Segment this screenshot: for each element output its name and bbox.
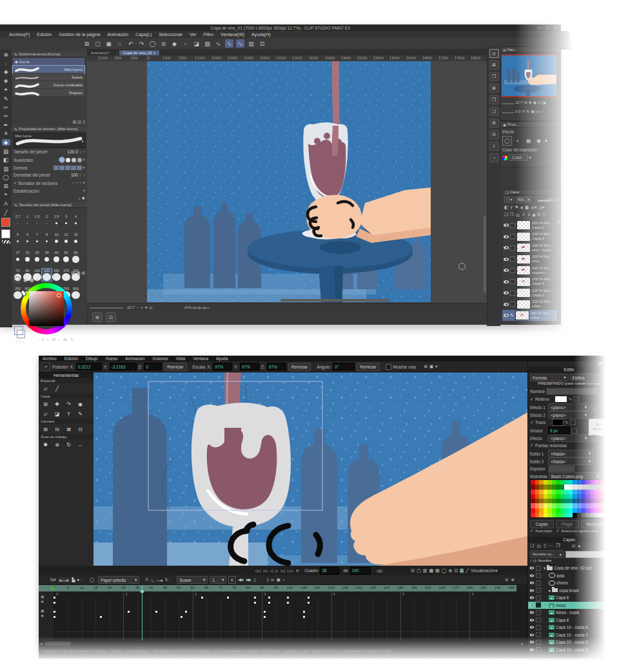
snap-special-icon[interactable]: ∿ [225, 39, 233, 48]
size-cell-17[interactable]: 17 [13, 251, 23, 263]
color-square-cursor[interactable] [57, 293, 61, 298]
fill-icon[interactable]: ◆ [170, 39, 179, 48]
menu-item-vista[interactable]: Vista [176, 356, 185, 361]
timeline-frame-ruler[interactable]: 0612182430364248546066727884909610210811… [39, 585, 516, 591]
fill-eyedropper-icon[interactable]: ✎ [569, 397, 572, 402]
layer-visibility-icon[interactable] [504, 314, 509, 317]
layer-row-Capa-3[interactable]: 100 % Nor...Capa 3 [502, 231, 560, 242]
moho-canvas[interactable] [93, 372, 527, 566]
size-cell-25[interactable]: 25 [32, 251, 42, 263]
menu-item-gesti-n-de-la-p-gina[interactable]: Gestión de la página [59, 32, 100, 37]
interp-dropdown[interactable]: Suave▾ [177, 576, 208, 584]
layer-extra-box[interactable] [536, 610, 541, 615]
dynamics-icon[interactable]: ◔ [83, 149, 85, 154]
size-cell-20[interactable]: 20 [23, 251, 32, 263]
layer-name[interactable]: gota [556, 573, 564, 578]
swatch-cell[interactable] [602, 485, 607, 489]
zoom-slider[interactable] [90, 307, 123, 309]
nav-fit-icon[interactable]: ⊡ [538, 100, 541, 104]
h-scrollbar[interactable] [280, 299, 390, 302]
keyframe-dot[interactable] [264, 611, 266, 613]
layer-checkbox[interactable] [510, 291, 515, 296]
scale-z-field[interactable]: 97% [267, 363, 286, 370]
keyframe-dot[interactable] [287, 602, 289, 604]
nav-zoom-100-icon[interactable]: ◉ [533, 100, 536, 104]
layer-extra-box[interactable] [536, 595, 541, 600]
keyframe-dot[interactable] [308, 597, 310, 599]
layers-panel-header[interactable]: ❏Capa [502, 189, 560, 195]
layer-visibility-icon[interactable] [530, 626, 534, 629]
layer-visibility-icon[interactable] [504, 224, 509, 227]
layer-row-ni-es-[interactable]: ✎100 % Nor...niñes - ... [502, 310, 560, 321]
new-group-icon[interactable]: 🗀 [536, 544, 541, 548]
pencil-tool-icon[interactable]: ✏ [2, 104, 10, 111]
scroll-thumb[interactable] [45, 642, 71, 646]
keyframe-dot[interactable] [308, 602, 310, 604]
invert-selection-icon[interactable]: ⊘ [159, 39, 168, 48]
style2-dropdown[interactable]: <Nada>▾ [548, 457, 593, 465]
size-cell-1.5[interactable]: 1.5 [32, 215, 42, 227]
pen-tool-icon[interactable]: ✎ [2, 95, 10, 102]
prev-keyframe-icon[interactable]: ◀● [238, 577, 244, 582]
swatch-cell[interactable] [602, 513, 607, 517]
layer-row-vino[interactable]: 100 % Nor...vino [502, 254, 560, 265]
property-value[interactable]: 100 [71, 173, 78, 177]
keyframe-dot[interactable] [268, 602, 270, 604]
layer-checkbox[interactable] [510, 234, 515, 239]
snap-ruler-icon[interactable]: ∿ [214, 39, 222, 48]
popout-icon[interactable]: ❐ [604, 361, 608, 367]
layer-extra-box[interactable] [536, 617, 541, 622]
pin-icon[interactable]: ⚑ [515, 205, 518, 210]
grid-snap-icon[interactable]: ⠿ [145, 577, 148, 582]
menu-item-edici-n[interactable]: Edición [64, 356, 78, 361]
size-cell-7[interactable]: 7 [32, 233, 42, 245]
all-sides-view-button[interactable]: ⊡ [106, 312, 116, 322]
layer-name[interactable]: Capa 2 - ... [532, 293, 553, 298]
layer-visibility-icon[interactable] [504, 235, 509, 238]
color-mixer-tab-icon[interactable]: ◐ [37, 278, 39, 282]
layer-checkbox[interactable] [510, 256, 515, 262]
layer-name[interactable]: Copa de vino_02.psd [554, 566, 593, 570]
expression-color-dropdown[interactable]: Color ▾ [502, 154, 558, 161]
border-effect-icon[interactable]: ◯ [502, 136, 512, 146]
layer-checkbox[interactable] [510, 268, 515, 273]
show-path-checkbox[interactable] [386, 364, 391, 370]
timeline-channels[interactable]: 0123456 ▣ ✚ ▣ ✚ [39, 591, 527, 640]
thickness-preview[interactable] [548, 465, 575, 472]
layer-visibility-icon[interactable] [530, 619, 534, 621]
layer-visibility-icon[interactable] [504, 269, 509, 272]
select-layer-tool-icon[interactable]: ⊞ [41, 400, 50, 408]
new-vector-icon[interactable]: ❐ [510, 212, 514, 217]
background-color-swatch[interactable] [1, 229, 10, 238]
size-cell-5[interactable]: 5 [13, 233, 23, 245]
next-frame-icon[interactable]: ▷| [281, 568, 285, 573]
expand-arrow-icon[interactable]: ▾ [544, 566, 545, 570]
arrow-key-icon[interactable]: ⊳ [271, 577, 274, 582]
check-icon[interactable]: ✓ [14, 180, 17, 186]
layer-visibility-icon[interactable] [530, 611, 534, 614]
layer-name[interactable]: Capa 6 [556, 595, 569, 600]
target-tool-icon[interactable]: ◉ [75, 400, 85, 408]
total-frames-field[interactable]: 240 [350, 567, 371, 575]
airbrush-tool-icon[interactable]: ✒ [2, 122, 10, 128]
target-key-icon[interactable]: ⌁ [282, 577, 285, 582]
property-row-dureza[interactable]: Dureza▸ [14, 165, 85, 170]
quad-view-icon[interactable]: ▦ [429, 568, 433, 573]
pan-hand-icon[interactable]: ✱ [41, 441, 50, 448]
open-file-icon[interactable]: ▣ [104, 39, 113, 48]
rotate-slider[interactable] [184, 307, 210, 309]
swatches-dropdown[interactable]: Basic Colors.png▾ [549, 472, 602, 480]
v-scrollbar[interactable] [484, 216, 486, 293]
subtool-panel-header[interactable]: ✎Subherramienta [Goma] [12, 52, 87, 57]
menu-item-ayuda-h-[interactable]: Ayuda(H) [251, 32, 270, 37]
size-cell-800[interactable]: 800 [71, 287, 81, 299]
transform-tool-icon[interactable]: ▱ [41, 385, 50, 392]
layer-name[interactable]: mesa - copia [556, 610, 579, 615]
layer-row-copa-brazo[interactable]: ▸copa brazo [528, 587, 610, 594]
more-options-icon[interactable]: ▾ [435, 364, 437, 369]
layer-thumbnail[interactable] [516, 300, 531, 309]
menu-item-archivo-f-[interactable]: Archivo(F) [9, 32, 30, 37]
size-cell-15[interactable]: 15 [71, 233, 81, 245]
camera-roll-icon[interactable]: ⊠ [64, 425, 74, 433]
nav-reset-icon[interactable]: ◉ [531, 109, 534, 113]
